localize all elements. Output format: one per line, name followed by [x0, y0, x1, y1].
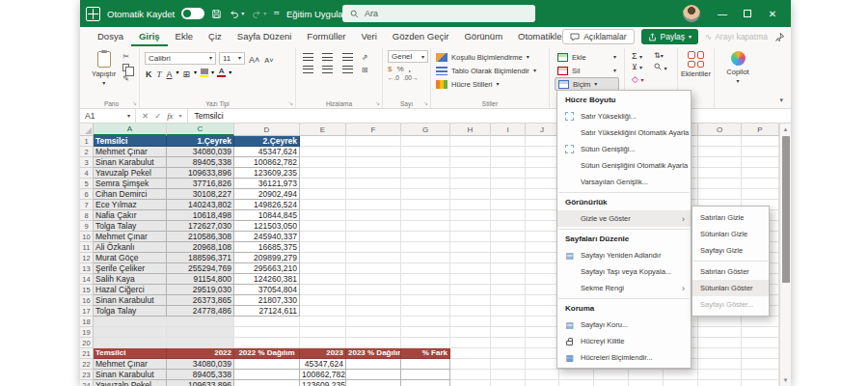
cell-F24[interactable]	[346, 380, 401, 386]
cell-J22[interactable]	[526, 359, 559, 370]
cell-D6[interactable]: 20902,494	[234, 189, 300, 200]
cell-G18[interactable]	[401, 317, 450, 327]
cell-I18[interactable]	[491, 317, 526, 327]
cell-H7[interactable]	[450, 200, 491, 210]
cell-J5[interactable]	[526, 179, 559, 189]
cell-N24[interactable]	[664, 380, 698, 386]
cell-G22[interactable]	[401, 359, 450, 370]
cell-I8[interactable]	[491, 210, 526, 221]
cell-E14[interactable]	[300, 274, 346, 285]
cell-D9[interactable]: 121503,050	[234, 221, 300, 232]
cell-C7[interactable]: 140243,802	[167, 200, 234, 210]
cell-I21[interactable]	[491, 348, 526, 359]
cell-H3[interactable]	[450, 157, 491, 168]
cell-G15[interactable]	[401, 285, 450, 295]
cell-H12[interactable]	[450, 253, 491, 263]
cell-L24[interactable]	[594, 380, 629, 386]
row-header-4[interactable]: 4	[80, 168, 94, 179]
cell-C20[interactable]	[167, 338, 234, 348]
cell-J1[interactable]	[526, 136, 559, 147]
cell-G6[interactable]	[401, 189, 450, 200]
insert-function-icon[interactable]: fx	[167, 111, 173, 121]
clear-button[interactable]: ◇ ▾	[632, 74, 648, 84]
fill-color-button[interactable]	[200, 69, 208, 77]
cell-J23[interactable]	[526, 370, 559, 380]
cell-C16[interactable]: 26373,865	[167, 295, 234, 306]
cell-E9[interactable]	[300, 221, 346, 232]
cell-H15[interactable]	[450, 285, 491, 295]
cell-F19[interactable]	[346, 327, 401, 338]
cell-E6[interactable]	[300, 189, 346, 200]
cell-H6[interactable]	[450, 189, 491, 200]
dialog-launcher-icon[interactable]: ↘	[132, 99, 137, 106]
excel-app-icon[interactable]	[86, 7, 100, 21]
cell-F6[interactable]	[346, 189, 401, 200]
cell-F17[interactable]	[346, 306, 401, 317]
menu-item-sayfayı-koru[interactable]: ▤Sayfayı Koru...	[557, 317, 691, 333]
cell-G24[interactable]	[401, 380, 450, 386]
search-close-button[interactable]: ∿ Arayı kapatma	[705, 32, 768, 41]
cell-C14[interactable]: 91154,800	[167, 274, 234, 285]
cell-G1[interactable]	[401, 136, 450, 147]
column-header-O[interactable]: O	[698, 124, 742, 136]
fill-button[interactable]: ⊻ ▾	[632, 63, 648, 72]
insert-cells-button[interactable]: Ekle ▾	[555, 50, 619, 64]
cell-J11[interactable]	[526, 242, 559, 253]
row-header-7[interactable]: 7	[80, 200, 94, 210]
cell-A16[interactable]: Sinan Karabulut	[94, 295, 167, 306]
decrease-decimal-icon[interactable]: .00→	[403, 74, 419, 81]
cell-I24[interactable]	[491, 380, 526, 386]
cell-H20[interactable]	[450, 338, 491, 348]
cell-F8[interactable]	[346, 210, 401, 221]
cell-C6[interactable]: 30108,227	[167, 189, 234, 200]
cell-D5[interactable]: 36121,973	[234, 179, 300, 189]
italic-button[interactable]: T	[156, 67, 163, 79]
cell-P4[interactable]	[742, 168, 779, 179]
cell-P2[interactable]	[742, 147, 779, 157]
cell-H2[interactable]	[450, 147, 491, 157]
cell-O21[interactable]	[698, 348, 742, 359]
row-header-2[interactable]: 2	[80, 147, 94, 157]
cell-C13[interactable]: 255294,769	[167, 263, 234, 274]
row-header-5[interactable]: 5	[80, 179, 94, 189]
decrease-font-size-button[interactable]: A˅	[263, 52, 274, 65]
paste-button[interactable]: Yapıştır ▾	[89, 50, 119, 96]
column-header-C[interactable]: C	[167, 124, 234, 136]
cell-G12[interactable]	[401, 253, 450, 263]
save-icon[interactable]	[211, 9, 222, 19]
cell-E7[interactable]	[300, 200, 346, 210]
menu-item-satır-yüksekliğini-otomatik-ayarla[interactable]: Satır Yüksekliğini Otomatik Ayarla	[557, 124, 691, 141]
close-button[interactable]: ✕	[760, 0, 785, 27]
cell-J17[interactable]	[526, 306, 559, 317]
cell-I16[interactable]	[491, 295, 526, 306]
cell-G19[interactable]	[401, 327, 450, 338]
cell-G16[interactable]	[401, 295, 450, 306]
row-header-11[interactable]: 11	[80, 242, 94, 253]
cell-J14[interactable]	[526, 274, 559, 285]
sort-filter-button[interactable]: ⇅▾	[654, 51, 670, 61]
cell-F16[interactable]	[346, 295, 401, 306]
cell-J21[interactable]	[526, 348, 559, 359]
find-select-button[interactable]: ▾	[654, 63, 670, 72]
cell-A19[interactable]	[94, 327, 167, 338]
cell-H23[interactable]	[450, 370, 491, 380]
cell-E21[interactable]: 2023	[300, 348, 346, 359]
row-header-1[interactable]: 1	[80, 136, 94, 147]
cell-M24[interactable]	[629, 380, 664, 386]
cell-P6[interactable]	[742, 189, 779, 200]
cell-J18[interactable]	[526, 317, 559, 327]
merge-center-icon[interactable]: ⊞	[362, 66, 375, 74]
cell-P5[interactable]	[742, 179, 779, 189]
row-header-14[interactable]: 14	[80, 274, 94, 285]
dialog-launcher-icon[interactable]: ↘	[423, 99, 428, 106]
borders-button[interactable]: ⊞	[182, 67, 192, 79]
row-header-10[interactable]: 10	[80, 232, 94, 242]
font-name-select[interactable]: Calibri ▾	[145, 52, 216, 65]
cell-A13[interactable]: Şerife Çeliker	[94, 263, 167, 274]
column-header-F[interactable]: F	[346, 124, 401, 136]
align-center-icon[interactable]	[322, 66, 333, 73]
cell-C21[interactable]: 2022	[167, 348, 234, 359]
cell-O19[interactable]	[698, 327, 742, 338]
cell-F21[interactable]: 2023 % Dağılım	[346, 348, 401, 359]
cell-C15[interactable]: 29519,030	[167, 285, 234, 295]
